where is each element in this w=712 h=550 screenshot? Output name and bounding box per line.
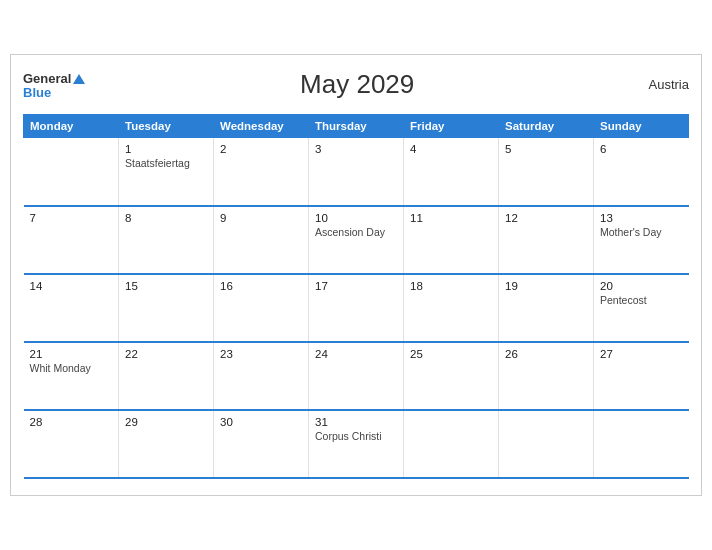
day-number: 25 bbox=[410, 348, 492, 360]
day-number: 16 bbox=[220, 280, 302, 292]
day-number: 11 bbox=[410, 212, 492, 224]
calendar-day-cell: 17 bbox=[309, 274, 404, 342]
day-number: 22 bbox=[125, 348, 207, 360]
calendar-day-cell bbox=[594, 410, 689, 478]
logo: General Blue bbox=[23, 70, 85, 99]
day-number: 4 bbox=[410, 143, 492, 155]
calendar-day-cell: 28 bbox=[24, 410, 119, 478]
calendar-day-cell: 24 bbox=[309, 342, 404, 410]
day-number: 30 bbox=[220, 416, 302, 428]
calendar-day-cell: 3 bbox=[309, 138, 404, 206]
day-number: 20 bbox=[600, 280, 683, 292]
calendar-day-cell: 27 bbox=[594, 342, 689, 410]
col-header-thursday: Thursday bbox=[309, 115, 404, 138]
day-number: 3 bbox=[315, 143, 397, 155]
day-number: 19 bbox=[505, 280, 587, 292]
calendar-day-cell: 19 bbox=[499, 274, 594, 342]
col-header-saturday: Saturday bbox=[499, 115, 594, 138]
day-number: 28 bbox=[30, 416, 113, 428]
country-label: Austria bbox=[629, 77, 689, 92]
day-number: 14 bbox=[30, 280, 113, 292]
calendar-day-cell bbox=[404, 410, 499, 478]
calendar-day-cell: 1Staatsfeiertag bbox=[119, 138, 214, 206]
calendar-week-row: 78910Ascension Day111213Mother's Day bbox=[24, 206, 689, 274]
day-number: 10 bbox=[315, 212, 397, 224]
day-event: Staatsfeiertag bbox=[125, 157, 207, 171]
col-header-monday: Monday bbox=[24, 115, 119, 138]
calendar-day-cell: 10Ascension Day bbox=[309, 206, 404, 274]
col-header-tuesday: Tuesday bbox=[119, 115, 214, 138]
col-header-sunday: Sunday bbox=[594, 115, 689, 138]
calendar-day-cell: 9 bbox=[214, 206, 309, 274]
col-header-wednesday: Wednesday bbox=[214, 115, 309, 138]
day-event: Corpus Christi bbox=[315, 430, 397, 444]
calendar-day-cell: 21Whit Monday bbox=[24, 342, 119, 410]
calendar-day-cell: 5 bbox=[499, 138, 594, 206]
calendar-day-cell: 16 bbox=[214, 274, 309, 342]
calendar-table: MondayTuesdayWednesdayThursdayFridaySatu… bbox=[23, 114, 689, 479]
calendar-header: General Blue May 2029 Austria bbox=[23, 65, 689, 104]
day-event: Pentecost bbox=[600, 294, 683, 308]
calendar-day-cell: 6 bbox=[594, 138, 689, 206]
calendar-day-cell bbox=[499, 410, 594, 478]
day-number: 29 bbox=[125, 416, 207, 428]
calendar-week-row: 21Whit Monday222324252627 bbox=[24, 342, 689, 410]
day-number: 26 bbox=[505, 348, 587, 360]
day-number: 18 bbox=[410, 280, 492, 292]
calendar-day-cell: 31Corpus Christi bbox=[309, 410, 404, 478]
day-number: 21 bbox=[30, 348, 113, 360]
day-event: Ascension Day bbox=[315, 226, 397, 240]
calendar-header-row: MondayTuesdayWednesdayThursdayFridaySatu… bbox=[24, 115, 689, 138]
day-number: 6 bbox=[600, 143, 683, 155]
calendar-day-cell: 14 bbox=[24, 274, 119, 342]
calendar-day-cell: 7 bbox=[24, 206, 119, 274]
calendar-week-row: 14151617181920Pentecost bbox=[24, 274, 689, 342]
calendar-day-cell: 15 bbox=[119, 274, 214, 342]
day-event: Whit Monday bbox=[30, 362, 113, 376]
day-number: 12 bbox=[505, 212, 587, 224]
calendar: General Blue May 2029 Austria MondayTues… bbox=[10, 54, 702, 496]
col-header-friday: Friday bbox=[404, 115, 499, 138]
calendar-day-cell: 13Mother's Day bbox=[594, 206, 689, 274]
day-number: 31 bbox=[315, 416, 397, 428]
calendar-day-cell: 23 bbox=[214, 342, 309, 410]
calendar-week-row: 28293031Corpus Christi bbox=[24, 410, 689, 478]
day-number: 9 bbox=[220, 212, 302, 224]
day-number: 2 bbox=[220, 143, 302, 155]
day-number: 8 bbox=[125, 212, 207, 224]
calendar-day-cell: 2 bbox=[214, 138, 309, 206]
day-number: 17 bbox=[315, 280, 397, 292]
logo-triangle-icon bbox=[73, 74, 85, 84]
day-number: 13 bbox=[600, 212, 683, 224]
day-number: 7 bbox=[30, 212, 113, 224]
day-number: 5 bbox=[505, 143, 587, 155]
day-event: Mother's Day bbox=[600, 226, 683, 240]
calendar-day-cell: 8 bbox=[119, 206, 214, 274]
day-number: 1 bbox=[125, 143, 207, 155]
day-number: 15 bbox=[125, 280, 207, 292]
calendar-day-cell: 12 bbox=[499, 206, 594, 274]
calendar-day-cell: 18 bbox=[404, 274, 499, 342]
calendar-week-row: 1Staatsfeiertag23456 bbox=[24, 138, 689, 206]
calendar-day-cell bbox=[24, 138, 119, 206]
day-number: 24 bbox=[315, 348, 397, 360]
calendar-day-cell: 22 bbox=[119, 342, 214, 410]
day-number: 27 bbox=[600, 348, 683, 360]
day-number: 23 bbox=[220, 348, 302, 360]
calendar-day-cell: 26 bbox=[499, 342, 594, 410]
calendar-day-cell: 25 bbox=[404, 342, 499, 410]
calendar-day-cell: 30 bbox=[214, 410, 309, 478]
calendar-day-cell: 20Pentecost bbox=[594, 274, 689, 342]
logo-blue: Blue bbox=[23, 86, 85, 99]
calendar-day-cell: 4 bbox=[404, 138, 499, 206]
calendar-day-cell: 11 bbox=[404, 206, 499, 274]
logo-general: General bbox=[23, 70, 85, 86]
calendar-day-cell: 29 bbox=[119, 410, 214, 478]
calendar-title: May 2029 bbox=[85, 69, 629, 100]
